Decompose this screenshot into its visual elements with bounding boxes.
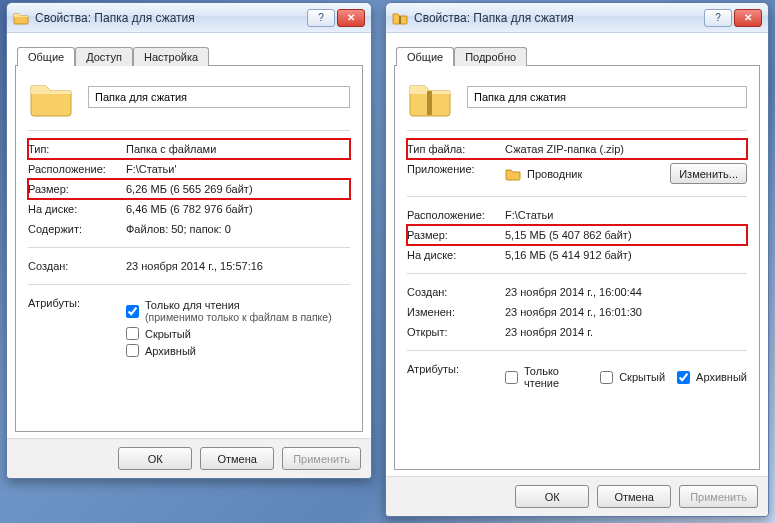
ok-button[interactable]: ОК bbox=[118, 447, 192, 470]
zip-large-icon bbox=[407, 76, 453, 118]
ondisk-label: На диске: bbox=[407, 249, 499, 261]
contains-label: Содержит: bbox=[28, 223, 120, 235]
attributes-label: Атрибуты: bbox=[407, 363, 499, 375]
row-location: Расположение: F:\Статьи bbox=[407, 205, 747, 225]
titlebar[interactable]: Свойства: Папка для сжатия ? ✕ bbox=[386, 3, 768, 33]
row-location: Расположение: F:\Статьи' bbox=[28, 159, 350, 179]
attr-readonly-label: Только для чтения bbox=[145, 299, 240, 311]
size-label: Размер: bbox=[28, 183, 120, 195]
row-attributes: Атрибуты: Только чтение Скрытый Архивный bbox=[407, 359, 747, 395]
zip-icon bbox=[392, 10, 408, 26]
attr-archive-label: Архивный bbox=[145, 345, 196, 357]
cancel-button[interactable]: Отмена bbox=[597, 485, 671, 508]
attr-archive-label: Архивный bbox=[696, 371, 747, 383]
created-label: Создан: bbox=[407, 286, 499, 298]
tab-panel-general: Тип файла: Сжатая ZIP-папка (.zip) Прило… bbox=[394, 65, 760, 470]
row-modified: Изменен: 23 ноября 2014 г., 16:01:30 bbox=[407, 302, 747, 322]
apply-button[interactable]: Применить bbox=[679, 485, 758, 508]
tabstrip: Общие Доступ Настройка bbox=[7, 37, 371, 65]
folder-icon bbox=[13, 10, 29, 26]
location-value: F:\Статьи' bbox=[126, 163, 350, 175]
titlebar[interactable]: Свойства: Папка для сжатия ? ✕ bbox=[7, 3, 371, 33]
window-controls: ? ✕ bbox=[704, 9, 762, 27]
row-created: Создан: 23 ноября 2014 г., 16:00:44 bbox=[407, 282, 747, 302]
properties-dialog-folder: Свойства: Папка для сжатия ? ✕ Общие Дос… bbox=[6, 2, 372, 479]
size-label: Размер: bbox=[407, 229, 499, 241]
attr-readonly-checkbox[interactable] bbox=[505, 371, 518, 384]
row-size: Размер: 5,15 МБ (5 407 862 байт) bbox=[407, 225, 747, 245]
ondisk-value: 5,16 МБ (5 414 912 байт) bbox=[505, 249, 747, 261]
attr-archive[interactable]: Архивный bbox=[677, 369, 747, 386]
location-label: Расположение: bbox=[407, 209, 499, 221]
attr-archive[interactable]: Архивный bbox=[126, 342, 350, 359]
attr-readonly-sub: (применимо только к файлам в папке) bbox=[145, 311, 332, 323]
name-field-wrapper bbox=[467, 86, 747, 108]
folder-large-icon bbox=[28, 76, 74, 118]
type-label: Тип файла: bbox=[407, 143, 499, 155]
row-contains: Содержит: Файлов: 50; папок: 0 bbox=[28, 219, 350, 239]
attr-hidden[interactable]: Скрытый bbox=[600, 369, 665, 386]
row-app: Приложение: Проводник Изменить... bbox=[407, 159, 747, 188]
title-text: Свойства: Папка для сжатия bbox=[414, 11, 698, 25]
name-input[interactable] bbox=[88, 86, 350, 108]
row-ondisk: На диске: 6,46 МБ (6 782 976 байт) bbox=[28, 199, 350, 219]
attr-readonly[interactable]: Только чтение bbox=[505, 363, 588, 391]
tab-details[interactable]: Подробно bbox=[454, 47, 527, 66]
modified-label: Изменен: bbox=[407, 306, 499, 318]
title-text: Свойства: Папка для сжатия bbox=[35, 11, 301, 25]
app-label: Приложение: bbox=[407, 163, 499, 175]
properties-dialog-zip: Свойства: Папка для сжатия ? ✕ Общие Под… bbox=[385, 2, 769, 517]
type-value: Папка с файлами bbox=[126, 143, 350, 155]
svg-rect-1 bbox=[427, 91, 432, 115]
type-label: Тип: bbox=[28, 143, 120, 155]
tab-panel-general: Тип: Папка с файлами Расположение: F:\Ст… bbox=[15, 65, 363, 432]
row-opened: Открыт: 23 ноября 2014 г. bbox=[407, 322, 747, 342]
ondisk-label: На диске: bbox=[28, 203, 120, 215]
apply-button[interactable]: Применить bbox=[282, 447, 361, 470]
tab-general[interactable]: Общие bbox=[396, 47, 454, 66]
row-type: Тип файла: Сжатая ZIP-папка (.zip) bbox=[407, 139, 747, 159]
cancel-button[interactable]: Отмена bbox=[200, 447, 274, 470]
attr-hidden-label: Скрытый bbox=[619, 371, 665, 383]
help-button[interactable]: ? bbox=[704, 9, 732, 27]
explorer-icon bbox=[505, 166, 521, 182]
name-input[interactable] bbox=[467, 86, 747, 108]
change-app-button[interactable]: Изменить... bbox=[670, 163, 747, 184]
dialog-footer: ОК Отмена Применить bbox=[386, 476, 768, 516]
close-button[interactable]: ✕ bbox=[337, 9, 365, 27]
app-value: Проводник bbox=[527, 168, 582, 180]
attr-archive-checkbox[interactable] bbox=[126, 344, 139, 357]
location-label: Расположение: bbox=[28, 163, 120, 175]
type-value: Сжатая ZIP-папка (.zip) bbox=[505, 143, 747, 155]
attr-readonly-checkbox[interactable] bbox=[126, 305, 139, 318]
row-attributes: Атрибуты: Только для чтения (применимо т… bbox=[28, 293, 350, 363]
created-label: Создан: bbox=[28, 260, 120, 272]
location-value: F:\Статьи bbox=[505, 209, 747, 221]
attr-readonly-label: Только чтение bbox=[524, 365, 588, 389]
tabstrip: Общие Подробно bbox=[386, 37, 768, 65]
created-value: 23 ноября 2014 г., 16:00:44 bbox=[505, 286, 747, 298]
tab-general[interactable]: Общие bbox=[17, 47, 75, 66]
attr-archive-checkbox[interactable] bbox=[677, 371, 690, 384]
attr-hidden-label: Скрытый bbox=[145, 328, 191, 340]
tab-access[interactable]: Доступ bbox=[75, 47, 133, 66]
row-created: Создан: 23 ноября 2014 г., 15:57:16 bbox=[28, 256, 350, 276]
ok-button[interactable]: ОК bbox=[515, 485, 589, 508]
help-button[interactable]: ? bbox=[307, 9, 335, 27]
attr-readonly[interactable]: Только для чтения (применимо только к фа… bbox=[126, 297, 350, 325]
name-field-wrapper bbox=[88, 86, 350, 108]
created-value: 23 ноября 2014 г., 15:57:16 bbox=[126, 260, 350, 272]
row-ondisk: На диске: 5,16 МБ (5 414 912 байт) bbox=[407, 245, 747, 265]
modified-value: 23 ноября 2014 г., 16:01:30 bbox=[505, 306, 747, 318]
contains-value: Файлов: 50; папок: 0 bbox=[126, 223, 350, 235]
opened-label: Открыт: bbox=[407, 326, 499, 338]
attributes-label: Атрибуты: bbox=[28, 297, 120, 309]
attr-hidden-checkbox[interactable] bbox=[600, 371, 613, 384]
ondisk-value: 6,46 МБ (6 782 976 байт) bbox=[126, 203, 350, 215]
opened-value: 23 ноября 2014 г. bbox=[505, 326, 747, 338]
size-value: 6,26 МБ (6 565 269 байт) bbox=[126, 183, 350, 195]
attr-hidden-checkbox[interactable] bbox=[126, 327, 139, 340]
tab-settings[interactable]: Настройка bbox=[133, 47, 209, 66]
attr-hidden[interactable]: Скрытый bbox=[126, 325, 350, 342]
close-button[interactable]: ✕ bbox=[734, 9, 762, 27]
